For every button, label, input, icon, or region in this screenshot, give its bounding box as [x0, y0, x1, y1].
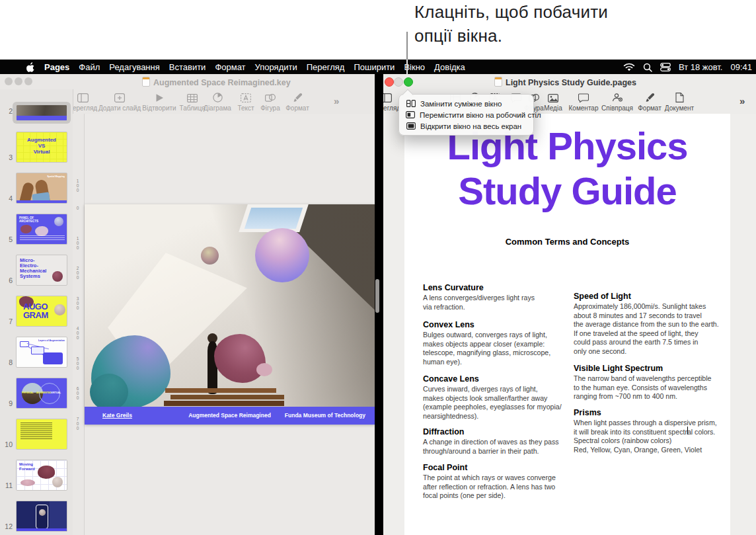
keynote-doc-icon	[142, 77, 150, 87]
thumbnail-number: 11	[1, 481, 13, 489]
pages-titlebar[interactable]: Light Physics Study Guide.pages	[383, 74, 756, 89]
brush-icon	[272, 91, 322, 103]
popover-item-enter-full-screen[interactable]: Відкрити вікно на весь екран	[399, 120, 533, 132]
thumbnail-number: 9	[1, 399, 13, 407]
ruler-mark: 100	[75, 179, 80, 192]
thumbnail-number: 6	[1, 276, 13, 284]
toolbar-format-button[interactable]: Формат	[272, 91, 322, 112]
pages-document-area: Light Physics Study Guide Common Terms a…	[383, 114, 756, 535]
term-heading: Focal Point	[423, 463, 467, 472]
pages-doc-icon	[494, 77, 502, 87]
minimize-button-disabled	[394, 77, 403, 87]
term-heading: Speed of Light	[574, 292, 631, 301]
control-center-icon[interactable]	[660, 63, 671, 71]
thumbnail-number: 8	[1, 358, 13, 366]
toolbar-document-button[interactable]: Документ	[654, 91, 704, 112]
keynote-titlebar[interactable]: Augmented Space Reimagined.key	[0, 74, 375, 89]
popover-item-replace-tiled-window[interactable]: Замінити суміжне вікно	[399, 98, 533, 109]
wifi-icon[interactable]	[623, 63, 635, 71]
thumbnail-label: AUGMENTED	[36, 391, 52, 394]
ruler-mark: 300	[75, 296, 80, 310]
slide-small-sphere	[201, 247, 219, 265]
callout-line-2: опції вікна.	[414, 26, 502, 46]
thumbnail-number: 2	[1, 107, 13, 115]
search-icon[interactable]	[643, 63, 652, 72]
term-heading: Diffraction	[423, 427, 465, 436]
thumbnail-text: Layers of Augmentation	[38, 339, 65, 342]
menubar-clock[interactable]: 09:41	[730, 62, 752, 72]
popover-item-label: Замінити суміжне вікно	[420, 100, 502, 108]
slide-thumbnail-9[interactable]: PHYSICAL AUGMENTED VIRTUAL	[16, 378, 67, 409]
thumbnail-text: Moving Forward	[19, 462, 35, 471]
minimize-button-inactive[interactable]	[15, 77, 22, 85]
enter-full-screen-icon	[406, 122, 416, 130]
ruler-mark: 200	[75, 266, 80, 280]
current-slide[interactable]: Kate Greils Augmented Space Reimagined F…	[85, 204, 375, 425]
term-heading: Lens Curvature	[423, 283, 484, 292]
thumbnail-text: AUGO GRAM	[23, 302, 48, 319]
slide-thumbnail-12[interactable]	[16, 501, 67, 532]
split-view-divider-handle[interactable]	[375, 279, 379, 313]
ruler-mark: 0	[75, 206, 80, 210]
pages-document-page[interactable]: Light Physics Study Guide Common Terms a…	[404, 114, 730, 535]
slide-thumbnail-10[interactable]	[16, 419, 67, 450]
thumbnail-number: 12	[1, 522, 13, 530]
thumbnail-text: Augmented VS Virtual	[17, 137, 67, 155]
close-button[interactable]	[385, 77, 394, 87]
menu-item-format[interactable]: Формат	[215, 62, 245, 72]
ruler-mark: 700	[75, 417, 80, 431]
zoom-button-inactive[interactable]	[24, 77, 32, 85]
term-definition: Approximately 186,000mi/s. Sunlight take…	[574, 302, 719, 356]
keynote-slide-navigator[interactable]: 2 3 Augmented VS Virtual 4 Spatia	[0, 89, 73, 535]
slide-thumbnail-5[interactable]: PANEL OF ARCHITECTS	[16, 214, 67, 245]
callout-line-1: Клацніть, щоб побачити	[414, 2, 608, 22]
slide-thumbnail-7[interactable]: AUGO GRAM	[16, 296, 67, 327]
thumbnail-number: 10	[1, 440, 13, 448]
slide-skylight	[239, 204, 309, 232]
close-button-inactive[interactable]	[5, 77, 13, 85]
callout-pointer-line	[406, 32, 408, 60]
menu-item-arrange[interactable]: Упорядити	[255, 62, 297, 72]
keynote-window-title: Augmented Space Reimagined.key	[142, 77, 291, 87]
term-definition: Bulges outward, converges rays of light,…	[423, 331, 550, 366]
toolbar-more-button[interactable]: »	[739, 95, 745, 106]
replace-tiled-window-icon	[406, 100, 416, 107]
popover-item-label: Перемістити вікно на робочий стіл	[420, 111, 541, 119]
document-title-line2: Study Guide	[404, 169, 730, 213]
zoom-button-green[interactable]	[404, 77, 413, 87]
term-definition: When light passes through a dispersive p…	[574, 419, 717, 436]
document-icon	[654, 91, 704, 103]
pages-window[interactable]: Light Physics Study Guide.pages Перегляд	[383, 74, 756, 535]
term-definition: A change in direction of waves as they p…	[423, 438, 559, 456]
menu-app-name[interactable]: Pages	[44, 62, 69, 72]
slide-thumbnail-2[interactable]	[16, 104, 67, 121]
menu-item-edit[interactable]: Редагування	[109, 62, 160, 72]
term-definition: A lens converges/diverges light rays via…	[423, 294, 535, 311]
slide-thumbnail-8[interactable]: Layers of Augmentation	[16, 337, 67, 368]
slide-thumbnail-4[interactable]: Spatial Mapping	[16, 173, 67, 204]
slide-thumbnail-11[interactable]: Moving Forward	[16, 460, 67, 491]
apple-menu[interactable]	[26, 62, 35, 72]
thumbnail-number: 3	[1, 153, 13, 161]
slide-large-sphere	[255, 228, 309, 282]
term-heading: Visible Light Spectrum	[574, 364, 663, 373]
slide-thumbnail-3[interactable]: Augmented VS Virtual	[16, 132, 67, 163]
callout-pointer-line-over-menubar	[406, 60, 408, 75]
term-definition: Curves inward, diverges rays of light, m…	[423, 385, 562, 421]
toolbar-more-button[interactable]: »	[334, 95, 339, 106]
thumbnail-number: 7	[1, 317, 13, 325]
menu-item-share[interactable]: Поширити	[354, 62, 395, 72]
menubar-date[interactable]: Вт 18 жовт.	[679, 62, 723, 72]
popover-item-move-window-to-desktop[interactable]: Перемістити вікно на робочий стіл	[399, 109, 533, 120]
menu-item-view[interactable]: Перегляд	[307, 62, 345, 72]
thumbnail-text: Micro- Electro- Mechanical Systems	[20, 258, 46, 279]
menu-item-insert[interactable]: Вставити	[169, 62, 206, 72]
slide-thumbnail-6[interactable]: Micro- Electro- Mechanical Systems	[16, 255, 67, 286]
menu-item-help[interactable]: Довідка	[434, 62, 465, 72]
keynote-window[interactable]: Augmented Space Reimagined.key Перегляд …	[0, 74, 375, 535]
document-subtitle: Common Terms and Concepts	[404, 237, 730, 247]
thumbnail-text: PANEL OF ARCHITECTS	[19, 216, 39, 223]
thumbnail-number: 4	[1, 194, 13, 202]
menu-item-file[interactable]: Файл	[79, 62, 100, 72]
keynote-canvas[interactable]: 100 0 100 200 300 400 500 600 700	[73, 114, 375, 535]
